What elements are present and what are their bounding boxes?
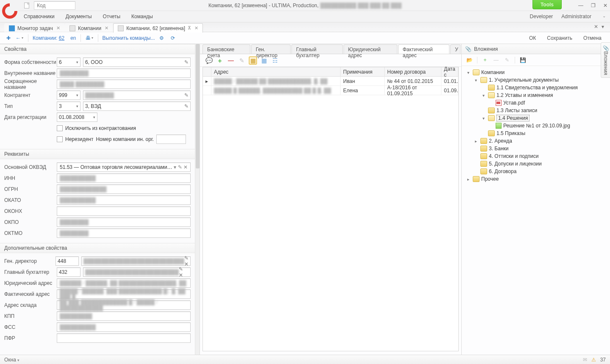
form-text-field[interactable]: 6, ООО✎ xyxy=(83,58,191,67)
locale-link[interactable]: en xyxy=(70,35,76,41)
save-button[interactable]: Сохранить xyxy=(547,35,572,41)
tab-overflow[interactable]: У xyxy=(450,44,460,54)
tree-node[interactable]: 1.1 Свидетельства и уведомления xyxy=(465,84,607,91)
grid-columns-icon[interactable]: ☷ xyxy=(271,57,279,64)
tools-badge[interactable]: Tools xyxy=(532,0,562,9)
download-icon[interactable]: 💾 xyxy=(519,57,526,63)
tree-node[interactable]: 6. Договора xyxy=(465,168,607,175)
col-address[interactable]: Адрес xyxy=(211,67,341,77)
glavbuh-text-field[interactable]: ██████████████████████████✎ ✕ xyxy=(83,267,191,277)
legal-addr-field[interactable]: ██████ / ██████, ██ ████████████████, ██ xyxy=(57,279,191,288)
form-code-select[interactable]: 6▾ xyxy=(57,58,80,67)
contragent-text-field[interactable]: ████████✎ xyxy=(83,91,191,100)
tab-close-icon[interactable]: ✕ xyxy=(194,25,198,31)
foreign-num-field[interactable] xyxy=(156,135,186,144)
edit-row-icon[interactable]: ✎ xyxy=(238,57,246,64)
tab-close-icon[interactable]: ✕ xyxy=(105,25,108,31)
refresh-icon[interactable]: ⟳ xyxy=(169,34,177,42)
gear-icon[interactable]: ⚙ xyxy=(158,34,166,42)
tab-monitor[interactable]: Монитор задач ✕ xyxy=(4,23,65,33)
tab-gendir[interactable]: Ген. директор xyxy=(251,44,291,54)
tree-node[interactable]: 3. Банки xyxy=(465,145,607,152)
minimize-icon[interactable]: — xyxy=(578,3,583,8)
kpp-field[interactable]: █████████ xyxy=(57,312,191,321)
okonh-field[interactable] xyxy=(57,207,191,216)
grid-view-icon[interactable]: ▦ xyxy=(260,57,268,64)
inn-field[interactable]: ██████████ xyxy=(57,174,191,183)
open-folder-icon[interactable]: 📂 xyxy=(466,57,473,63)
okved-field[interactable]: 51.53 — Оптовая торговля лесоматериалами… xyxy=(57,163,191,172)
tree-node[interactable]: ▾1.2 Уставы и изменения xyxy=(465,91,607,99)
new-record-icon[interactable]: ✚ xyxy=(4,34,13,42)
status-envelope-icon[interactable]: ✉ xyxy=(583,357,587,363)
contragent-code-select[interactable]: 999▾ xyxy=(57,91,80,100)
maximize-icon[interactable]: ❐ xyxy=(591,3,596,8)
tab-glavbuh[interactable]: Главный бухгалтер xyxy=(291,44,343,54)
left-scrollbar[interactable] xyxy=(195,44,200,355)
menu-administrator[interactable]: Administrator xyxy=(561,14,591,19)
tab-legal-address[interactable]: Юридический адрес xyxy=(344,44,397,54)
short-name-field[interactable]: ████ ████████ xyxy=(57,80,191,89)
tab-bank-accounts[interactable]: Банковские счета xyxy=(202,44,250,54)
tab-company-62[interactable]: Компании, 62 [изменена] ⊼ ✕ xyxy=(113,23,203,33)
ogrn-field[interactable]: █████████████ xyxy=(57,185,191,194)
tree-node[interactable]: ▸Прочее xyxy=(465,175,607,183)
tab-actual-address[interactable]: Фактический адрес xyxy=(398,44,450,54)
close-all-icon[interactable]: ✕ xyxy=(594,24,598,30)
tree-node[interactable]: 5. Допуски и лицензии xyxy=(465,160,607,168)
glavbuh-code-field[interactable]: 432 xyxy=(57,267,80,277)
tab-pin-icon[interactable]: ⊼ xyxy=(188,25,191,31)
tree-node[interactable]: 1.5 Приказы xyxy=(465,130,607,137)
new-doc-icon[interactable] xyxy=(24,2,30,9)
menu-reports[interactable]: Отчеты xyxy=(103,14,120,19)
close-icon[interactable]: ✕ xyxy=(603,3,607,8)
fact-addr-field[interactable]: █████ / ██████, ███ ████████████(█), █, … xyxy=(57,290,191,299)
gendir-code-field[interactable]: 448 xyxy=(55,256,79,266)
ok-button[interactable]: ОК xyxy=(529,35,536,41)
wh-addr-field[interactable]: ██ ███ █████████████ █ / █████ /████████… xyxy=(57,301,191,310)
status-warning-icon[interactable]: ⚠ xyxy=(591,357,596,363)
breadcrumb[interactable]: Компании: 62 xyxy=(33,35,64,41)
col-contract-num[interactable]: Номер договора xyxy=(385,67,441,77)
okato-field[interactable]: ██████████ xyxy=(57,196,191,205)
inner-name-field[interactable]: ████████ xyxy=(57,69,191,78)
code-input[interactable] xyxy=(34,1,75,10)
chat-icon[interactable]: 💬 xyxy=(205,57,213,64)
oktmo-field[interactable]: ████████ xyxy=(57,229,191,238)
tree-node[interactable]: ▾1. Учредительные документы xyxy=(465,76,607,84)
tree-node[interactable]: ▸2. Аренда xyxy=(465,137,607,145)
menu-developer[interactable]: Developer xyxy=(530,14,553,19)
menu-commands[interactable]: Команды xyxy=(131,14,153,19)
windows-menu[interactable]: Окна xyxy=(4,357,16,363)
exclude-checkbox[interactable] xyxy=(57,125,63,131)
gendir-text-field[interactable]: ████████████████████████████✎ ✕ xyxy=(81,256,191,266)
tabs-dropdown-icon[interactable]: ▾ xyxy=(602,24,604,30)
table-row[interactable]: █████ █ ██████, ███████████ ██ █ █, ██ Е… xyxy=(203,86,458,95)
col-date-from[interactable]: Дата с xyxy=(441,67,458,77)
export-excel-icon[interactable]: ▦ xyxy=(249,57,257,64)
back-icon[interactable]: ← xyxy=(15,34,24,42)
col-selector[interactable] xyxy=(203,67,211,77)
tree-leaf[interactable]: Устав.pdf xyxy=(465,99,607,107)
tab-close-icon[interactable]: ✕ xyxy=(56,25,60,31)
tree-node[interactable]: 4. Оттиски и подписи xyxy=(465,152,607,160)
cancel-button[interactable]: Отмена xyxy=(583,35,602,41)
add-row-icon[interactable]: ＋ xyxy=(216,57,224,64)
okpo-field[interactable]: ████████ xyxy=(57,218,191,227)
edit-attachment-icon[interactable]: ✎ xyxy=(504,57,510,63)
type-code-select[interactable]: 3▾ xyxy=(57,102,80,111)
sidebar-attachments-tab[interactable]: 📎 Вложения xyxy=(601,42,610,78)
nonresident-checkbox[interactable] xyxy=(57,136,63,142)
fss-field[interactable]: ██████████ xyxy=(57,323,191,332)
print-icon[interactable]: 🖶 xyxy=(85,34,94,42)
menu-documents[interactable]: Документы xyxy=(66,14,92,19)
delete-row-icon[interactable]: — xyxy=(227,57,235,64)
menu-references[interactable]: Справочники xyxy=(24,14,55,19)
add-attachment-icon[interactable]: ＋ xyxy=(482,57,488,63)
tree-node-selected[interactable]: ▾1.4 Решения xyxy=(465,114,607,122)
tree-leaf[interactable]: Решение №1 от 29.10.09.jpg xyxy=(465,122,607,130)
type-text-field[interactable]: 3, ВЭД✎ xyxy=(83,102,191,111)
col-notes[interactable]: Примечания xyxy=(341,67,385,77)
tab-companies[interactable]: Компании ✕ xyxy=(65,23,113,33)
run-commands-link[interactable]: Выполнить команды... xyxy=(103,35,155,41)
